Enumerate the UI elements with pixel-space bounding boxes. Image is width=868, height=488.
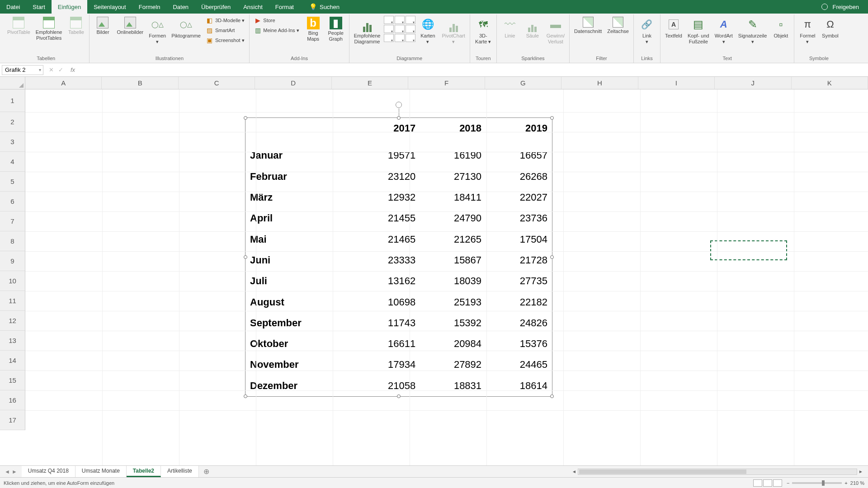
column-header-B[interactable]: B [102,77,178,89]
object-button[interactable]: ▫Objekt [770,16,791,40]
menu-tab-datei[interactable]: Datei [0,0,26,14]
smartart-button[interactable]: ▨SmartArt [204,26,246,35]
search-icon: 💡 [309,3,317,10]
add-sheet-button[interactable]: ⊕ [199,467,214,476]
row-header-14[interactable]: 14 [0,351,25,371]
recommended-charts-button[interactable]: Empfohlene Diagramme [352,16,382,46]
column-header-H[interactable]: H [561,77,638,89]
row-header-13[interactable]: 13 [0,331,25,351]
row-header-2[interactable]: 2 [0,112,25,132]
menu-tab-start[interactable]: Start [26,0,51,14]
resize-handle-ne[interactable] [550,116,554,120]
people-graph-button[interactable]: ▮People Graph [326,16,346,43]
timeline-button[interactable]: Zeitachse [605,16,631,35]
worksheet-grid[interactable]: ABCDEFGHIJK 1234567891011121314151617 20… [0,77,868,465]
name-box[interactable]: Grafik 2 [2,65,43,75]
normal-view-button[interactable] [753,479,762,487]
row-headers[interactable]: 1234567891011121314151617 [0,89,25,430]
column-header-D[interactable]: D [255,77,331,89]
share-button[interactable]: Freigeben [832,4,859,10]
tell-me-search[interactable]: 💡 Suchen [309,0,340,14]
column-header-K[interactable]: K [792,77,868,89]
bing-maps-button[interactable]: bBing Maps [303,16,324,43]
resize-handle-nw[interactable] [244,116,247,120]
row-header-15[interactable]: 15 [0,371,25,390]
column-header-I[interactable]: I [638,77,715,89]
zoom-slider[interactable] [792,482,842,484]
column-header-C[interactable]: C [179,77,255,89]
symbol-button[interactable]: Symbol [820,16,840,40]
embedded-table-object[interactable]: 201720182019Januar195711619016657Februar… [245,117,552,397]
sheet-tab-umsatz-monate[interactable]: Umsatz Monate [75,466,127,477]
row-header-7[interactable]: 7 [0,211,25,231]
row-header-9[interactable]: 9 [0,251,25,271]
row-header-1[interactable]: 1 [0,89,25,112]
page-layout-view-button[interactable] [763,479,772,487]
signature-button[interactable]: ✎Signaturzeile ▾ [736,16,769,46]
row-header-6[interactable]: 6 [0,192,25,211]
menu-tab-überprüfen[interactable]: Überprüfen [195,0,237,14]
row-header-5[interactable]: 5 [0,172,25,192]
textbox-button[interactable]: Textfeld [663,16,684,40]
resize-handle-e[interactable] [550,255,554,259]
column-header-E[interactable]: E [332,77,408,89]
resize-handle-sw[interactable] [244,394,247,398]
horizontal-scrollbar[interactable]: ◄ ► [571,468,864,475]
view-buttons[interactable] [753,479,782,487]
row-header-4[interactable]: 4 [0,152,25,172]
row-header-8[interactable]: 8 [0,231,25,251]
zoom-out-icon[interactable]: − [787,480,789,486]
resize-handle-s[interactable] [397,394,401,398]
user-icon[interactable] [821,4,828,10]
column-header-F[interactable]: F [408,77,485,89]
fx-icon[interactable]: fx [67,66,79,73]
formula-input[interactable] [79,65,868,75]
column-header-G[interactable]: G [485,77,561,89]
menu-tab-ansicht[interactable]: Ansicht [237,0,269,14]
chart-type-grid[interactable] [384,16,415,42]
store-button[interactable]: ▶Store [252,16,301,25]
my-addins-button[interactable]: ▥Meine Add-Ins ▾ [252,26,301,35]
row-header-10[interactable]: 10 [0,271,25,291]
screenshot-button[interactable]: ▣Screenshot ▾ [204,36,246,45]
column-header-A[interactable]: A [25,77,102,89]
row-header-17[interactable]: 17 [0,410,25,430]
sheet-tab-tabelle2[interactable]: Tabelle2 [127,466,161,477]
select-all-triangle[interactable] [0,77,25,89]
resize-handle-w[interactable] [244,255,247,259]
menu-tab-seitenlayout[interactable]: Seitenlayout [87,0,132,14]
sheet-tab-umsatz-q4-2018[interactable]: Umsatz Q4 2018 [22,466,75,477]
icons-button[interactable]: Piktogramme [170,16,203,40]
zoom-control[interactable]: − + 210 % [787,480,864,486]
equation-button[interactable]: Formel ▾ [797,16,818,46]
menu-tab-einfügen[interactable]: Einfügen [52,0,87,14]
header-footer-button[interactable]: ▤Kopf- und Fußzeile [686,16,711,46]
resize-handle-n[interactable] [397,116,401,120]
recommended-pivot-button[interactable]: Empfohlene PivotTables [34,16,64,42]
3d-models-button[interactable]: ◧3D-Modelle ▾ [204,16,246,25]
online-pictures-button[interactable]: Onlinebilder [115,16,145,36]
cells-area[interactable]: 201720182019Januar195711619016657Februar… [25,89,868,465]
resize-handle-se[interactable] [550,394,554,398]
sheet-tab-artikelliste[interactable]: Artikelliste [161,466,199,477]
shapes-button[interactable]: Formen ▾ [147,16,168,46]
wordart-button[interactable]: WordArt ▾ [713,16,735,46]
slicer-button[interactable]: Datenschnitt [572,16,604,35]
sheet-nav-buttons[interactable]: ◄► [0,469,22,475]
column-header-J[interactable]: J [715,77,791,89]
row-header-16[interactable]: 16 [0,390,25,410]
maps-button[interactable]: Karten ▾ [417,16,438,46]
pictures-button[interactable]: Bilder [92,16,113,36]
menu-tab-format[interactable]: Format [269,0,300,14]
menu-tab-formeln[interactable]: Formeln [132,0,167,14]
row-header-12[interactable]: 12 [0,311,25,331]
link-button[interactable]: Link ▾ [637,16,657,46]
column-headers[interactable]: ABCDEFGHIJK [25,77,868,89]
3d-map-button[interactable]: 3D- Karte ▾ [473,16,494,46]
page-break-view-button[interactable] [773,479,782,487]
rotate-handle[interactable] [396,102,402,108]
row-header-11[interactable]: 11 [0,291,25,311]
zoom-in-icon[interactable]: + [844,480,847,486]
menu-tab-daten[interactable]: Daten [166,0,195,14]
row-header-3[interactable]: 3 [0,132,25,152]
